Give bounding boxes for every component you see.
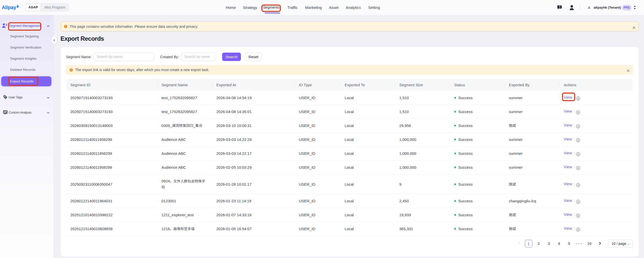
- svg-text:Alipay: Alipay: [2, 5, 16, 10]
- svg-text:?: ?: [559, 6, 560, 9]
